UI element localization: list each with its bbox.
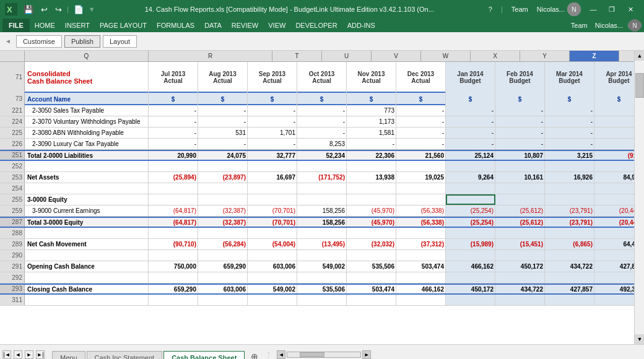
- cell-287-v4[interactable]: 158,256: [297, 218, 347, 227]
- cell-287-v6[interactable]: (56,338): [396, 218, 446, 227]
- tab-cash-inc[interactable]: Cash Inc Statement: [87, 351, 163, 359]
- cell-225-v5[interactable]: 1,581: [347, 128, 396, 138]
- cell-226-v5[interactable]: -: [347, 139, 396, 149]
- cell-287-v2[interactable]: (32,387): [198, 218, 248, 227]
- cell-221-v9[interactable]: -: [545, 105, 594, 116]
- cell-225-name[interactable]: 2-3080 ABN Withholding Payable: [25, 128, 149, 138]
- cell-226-v9[interactable]: -: [545, 139, 594, 149]
- cell-259-v6[interactable]: (56,338): [396, 205, 446, 216]
- cell-259-v5[interactable]: (45,970): [347, 205, 396, 216]
- cell-224-v5[interactable]: 1,173: [347, 116, 396, 127]
- cell-251-v1[interactable]: 20,990: [149, 151, 198, 160]
- scroll-down-button[interactable]: ▼: [635, 334, 644, 344]
- tab-menu[interactable]: Menu: [52, 351, 85, 359]
- cell-225-v8[interactable]: -: [495, 128, 545, 138]
- cell-293-v8[interactable]: 434,722: [495, 285, 545, 293]
- cell-221-v1[interactable]: -: [149, 105, 198, 116]
- cell-253-v5[interactable]: 13,938: [347, 172, 396, 183]
- cell-259-v1[interactable]: (64,817): [149, 205, 198, 216]
- cell-287-v7[interactable]: (25,254): [446, 218, 495, 227]
- cell-255-name[interactable]: 3-0000 Equity: [25, 194, 149, 205]
- cell-225-v3[interactable]: 1,701: [248, 128, 297, 138]
- cell-224-v9[interactable]: -: [545, 116, 594, 127]
- cell-289-v7[interactable]: (15,989): [446, 239, 495, 249]
- cell-287-v1[interactable]: (64,817): [149, 218, 198, 227]
- home-menu[interactable]: HOME: [30, 19, 60, 32]
- row-255[interactable]: 255 3-0000 Equity: [0, 194, 634, 205]
- cell-253-v10[interactable]: 84,946: [594, 172, 634, 183]
- cell-291-v7[interactable]: 466,162: [446, 261, 495, 272]
- tab-last-button[interactable]: ►|: [36, 350, 45, 359]
- cell-293-v7[interactable]: 450,172: [446, 285, 495, 293]
- cell-287-v10[interactable]: (20,448): [594, 218, 634, 227]
- cell-291-name[interactable]: Opening Cash Balance: [25, 261, 149, 272]
- row-221[interactable]: 221 2-3050 Sales Tax Payable - - - - 773…: [0, 105, 634, 116]
- cell-224-name[interactable]: 2-3070 Voluntary Withholdings Payable: [25, 116, 149, 127]
- cell-226-name[interactable]: 2-3090 Luxury Car Tax Payable: [25, 139, 149, 149]
- cell-253-v1[interactable]: (25,894): [149, 172, 198, 183]
- formulas-menu[interactable]: FORMULAS: [152, 19, 199, 32]
- cell-225-v1[interactable]: -: [149, 128, 198, 138]
- cell-221-v8[interactable]: -: [495, 105, 545, 116]
- row-289[interactable]: 289 Net Cash Movement (90,710) (56,284) …: [0, 239, 634, 250]
- cell-251-v9[interactable]: 3,215: [545, 151, 594, 160]
- cell-251-v3[interactable]: 32,777: [248, 151, 297, 160]
- cell-293-v10[interactable]: 492,354: [594, 285, 634, 293]
- cell-293-name[interactable]: Closing Cash Balance: [25, 285, 149, 293]
- cell-221-v3[interactable]: -: [248, 105, 297, 116]
- cell-293-v2[interactable]: 603,006: [198, 285, 248, 293]
- cell-251-v7[interactable]: 25,124: [446, 151, 495, 160]
- cell-253-v6[interactable]: 19,025: [396, 172, 446, 183]
- cell-226-v3[interactable]: -: [248, 139, 297, 149]
- hscroll-thumb[interactable]: [300, 352, 324, 357]
- month-oct2013[interactable]: Oct 2013 Actual: [297, 62, 347, 93]
- team-button[interactable]: Team: [507, 6, 533, 13]
- row-225[interactable]: 225 2-3080 ABN Withholding Payable - 531…: [0, 128, 634, 139]
- cell-291-v4[interactable]: 549,002: [297, 261, 347, 272]
- cell-289-name[interactable]: Net Cash Movement: [25, 239, 149, 249]
- cell-289-v4[interactable]: (13,495): [297, 239, 347, 249]
- row-291[interactable]: 291 Opening Cash Balance 750,000 659,290…: [0, 261, 634, 272]
- cell-251-v10[interactable]: (916): [594, 151, 634, 160]
- cell-289-v3[interactable]: (54,004): [248, 239, 297, 249]
- cell-259-name[interactable]: 3-9000 Current Earnings: [25, 205, 149, 216]
- cell-255-selected[interactable]: [446, 194, 495, 205]
- cell-259-v9[interactable]: (23,791): [545, 205, 594, 216]
- view-menu[interactable]: VIEW: [263, 19, 290, 32]
- tab-next-button[interactable]: ►: [25, 350, 33, 359]
- cell-221-v10[interactable]: -: [594, 105, 634, 116]
- cell-225-v6[interactable]: -: [396, 128, 446, 138]
- close-button[interactable]: ✕: [622, 3, 639, 15]
- cell-221-name[interactable]: 2-3050 Sales Tax Payable: [25, 105, 149, 116]
- title-cell[interactable]: Consolidated Cash Balance Sheet: [25, 62, 149, 93]
- cell-289-v9[interactable]: (6,865): [545, 239, 594, 249]
- cell-226-v10[interactable]: -: [594, 139, 634, 149]
- publish-button[interactable]: Publish: [64, 35, 100, 48]
- cell-289-v6[interactable]: (37,312): [396, 239, 446, 249]
- month-mar2014[interactable]: Mar 2014 Budget: [545, 62, 594, 93]
- cell-253-v2[interactable]: (23,897): [198, 172, 248, 183]
- cell-224-v1[interactable]: -: [149, 116, 198, 127]
- month-dec2013[interactable]: Dec 2013 Actual: [396, 62, 446, 93]
- cell-259-v2[interactable]: (32,387): [198, 205, 248, 216]
- cell-221-v6[interactable]: -: [396, 105, 446, 116]
- insert-menu[interactable]: INSERT: [60, 19, 95, 32]
- cell-252-empty[interactable]: [25, 161, 149, 171]
- cell-224-v4[interactable]: -: [297, 116, 347, 127]
- cell-225-v2[interactable]: 531: [198, 128, 248, 138]
- cell-224-v2[interactable]: -: [198, 116, 248, 127]
- page-layout-menu[interactable]: PAGE LAYOUT: [95, 19, 152, 32]
- account-name-header[interactable]: Account Name: [25, 93, 149, 105]
- add-sheet-button[interactable]: ⊕: [246, 349, 263, 359]
- cell-253-name[interactable]: Net Assets: [25, 172, 149, 183]
- cell-221-v2[interactable]: -: [198, 105, 248, 116]
- cell-226-v6[interactable]: -: [396, 139, 446, 149]
- cell-293-v9[interactable]: 427,857: [545, 285, 594, 293]
- cell-251-v4[interactable]: 52,234: [297, 151, 347, 160]
- row-226[interactable]: 226 2-3090 Luxury Car Tax Payable - - - …: [0, 139, 634, 150]
- cell-259-v3[interactable]: (70,701): [248, 205, 297, 216]
- cell-226-v7[interactable]: -: [446, 139, 495, 149]
- cell-287-v5[interactable]: (45,970): [347, 218, 396, 227]
- cell-225-v7[interactable]: -: [446, 128, 495, 138]
- cell-293-v3[interactable]: 549,002: [248, 285, 297, 293]
